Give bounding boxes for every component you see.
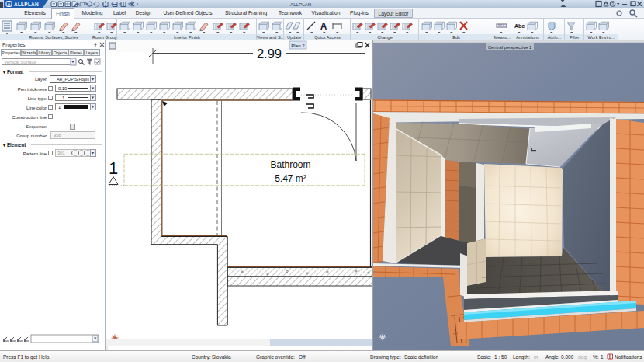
svg-text:Abc: Abc <box>514 23 525 29</box>
svg-text:A: A <box>7 2 11 7</box>
svg-text:2.99: 2.99 <box>257 47 282 61</box>
svg-text:?: ? <box>611 2 614 6</box>
svg-text:Central perspective 1: Central perspective 1 <box>488 45 532 50</box>
svg-text:ALLPLAN: ALLPLAN <box>14 2 39 7</box>
svg-text:1: 1 <box>109 158 118 178</box>
svg-text:Plan 2: Plan 2 <box>291 43 305 48</box>
svg-text:5.47 m²: 5.47 m² <box>275 173 306 184</box>
svg-text:Bathroom: Bathroom <box>270 159 310 170</box>
svg-text:ALLPLAN: ALLPLAN <box>290 2 311 7</box>
svg-text:A: A <box>320 21 327 32</box>
